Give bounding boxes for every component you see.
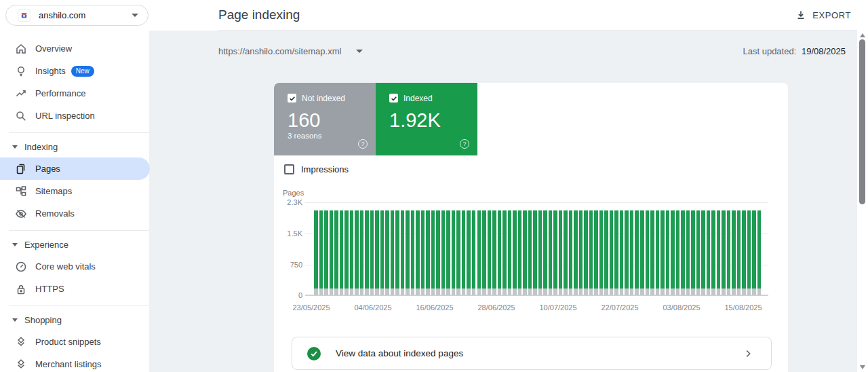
chart-bar [630, 210, 634, 295]
section-experience[interactable]: Experience [0, 236, 149, 253]
export-label: EXPORT [812, 10, 851, 20]
chart-bar [732, 210, 736, 295]
chart-bar [334, 210, 338, 295]
chart-bar [707, 210, 711, 295]
help-icon[interactable]: ? [460, 139, 469, 149]
chevron-down-icon [356, 50, 363, 53]
x-tick: 03/08/2025 [663, 303, 700, 312]
chart-bar [711, 210, 715, 295]
chart-bar [635, 210, 639, 295]
eye-off-icon [15, 208, 27, 220]
y-tick: 750 [279, 261, 302, 269]
chart-bar [691, 210, 695, 295]
sidebar-item-overview[interactable]: Overview [0, 37, 149, 60]
export-button[interactable]: EXPORT [795, 0, 851, 30]
chart-bar [559, 210, 563, 295]
x-tick: 22/07/2025 [601, 303, 638, 312]
chart-bar [467, 210, 471, 295]
scrollbar-thumb[interactable] [859, 39, 865, 204]
x-tick: 23/05/2025 [292, 303, 330, 312]
chart-bar [441, 210, 446, 295]
sidebar-item-core-web-vitals[interactable]: Core web vitals [0, 255, 149, 278]
impressions-toggle[interactable]: Impressions [284, 164, 349, 174]
chart-bar [681, 210, 685, 295]
card-label: Indexed [403, 94, 433, 103]
vertical-scrollbar[interactable] [857, 31, 868, 372]
sidebar-item-label: Pages [35, 164, 60, 174]
lock-icon [15, 283, 27, 295]
chart-bar [360, 210, 364, 295]
sidebar-item-url-inspection[interactable]: URL inspection [0, 105, 149, 127]
chart-bar [375, 210, 379, 295]
indexed-card[interactable]: Indexed 1.92K ? [376, 83, 477, 155]
sidebar-item-label: HTTPS [35, 284, 64, 294]
section-indexing[interactable]: Indexing [0, 138, 149, 155]
chart-bar [462, 210, 466, 295]
chart-bar [564, 210, 568, 295]
chart-bar [330, 210, 334, 295]
sitemaps-icon [15, 185, 27, 198]
card-subtext: 3 reasons [288, 132, 322, 140]
chart-bar [319, 210, 323, 295]
chart-bar [365, 210, 369, 295]
sidebar-item-https[interactable]: HTTPS [0, 278, 149, 300]
card-value: 160 [288, 109, 320, 132]
chart-bar [686, 210, 690, 295]
indexing-panel: Not indexed 160 3 reasons ? Indexed 1.92… [274, 83, 788, 372]
card-label: Not indexed [302, 94, 345, 103]
sidebar-item-insights[interactable]: Insights New [0, 60, 149, 82]
chart-bar [380, 210, 384, 295]
chart-bar [513, 210, 517, 295]
checked-checkbox-icon[interactable] [288, 94, 296, 103]
sidebar-item-performance[interactable]: Performance [0, 82, 149, 105]
scroll-down-arrow-icon[interactable] [860, 365, 865, 369]
chart-bar [436, 210, 440, 295]
chart-bar [446, 210, 450, 295]
chart-bar [696, 210, 701, 295]
new-badge: New [71, 66, 94, 77]
chart-bar [579, 210, 583, 295]
section-label: Shopping [24, 315, 62, 325]
sidebar-item-removals[interactable]: Removals [0, 202, 149, 225]
chart-bar [666, 210, 670, 295]
sidebar-item-label: Performance [35, 88, 85, 98]
chevron-right-icon[interactable] [743, 348, 753, 359]
performance-icon [15, 88, 27, 100]
chart-bar [395, 210, 399, 295]
scroll-up-arrow-icon[interactable] [860, 33, 865, 37]
section-shopping[interactable]: Shopping [0, 311, 149, 329]
sidebar-item-merchant-listings[interactable]: Merchant listings [0, 353, 149, 372]
sidebar-item-sitemaps[interactable]: Sitemaps [0, 180, 149, 202]
not-indexed-card[interactable]: Not indexed 160 3 reasons ? [274, 83, 376, 155]
chart-bar [452, 210, 456, 295]
chart-bar [314, 210, 318, 295]
lightbulb-icon [15, 65, 27, 77]
sidebar-item-pages[interactable]: Pages [0, 157, 150, 180]
diamond-layers-icon [15, 336, 27, 348]
chart-bar [660, 210, 665, 295]
chart-bar [523, 210, 527, 295]
search-icon [15, 110, 27, 122]
sidebar-item-product-snippets[interactable]: Product snippets [0, 331, 149, 353]
card-value: 1.92K [389, 109, 441, 132]
chart-bar [498, 210, 502, 295]
summary-cards: Not indexed 160 3 reasons ? Indexed 1.92… [274, 83, 477, 155]
top-bar: Page indexing EXPORT [149, 0, 868, 31]
chart-bar [533, 210, 537, 295]
last-updated: Last updated: 19/08/2025 [743, 46, 846, 56]
chart-bar [543, 210, 547, 295]
view-indexed-pages-link[interactable]: View data about indexed pages [292, 337, 772, 370]
property-selector[interactable]: anshilo.com [5, 5, 149, 26]
chart-bar [502, 210, 507, 295]
chart-bar [477, 210, 481, 295]
caret-down-icon [12, 243, 18, 246]
chart-bar [344, 210, 349, 295]
impressions-label: Impressions [301, 164, 349, 174]
sitemap-filter-dropdown[interactable]: https://anshilo.com/sitemap.xml [218, 41, 363, 60]
main-content: Page indexing EXPORT https://anshilo.com… [149, 0, 868, 372]
unchecked-checkbox-icon[interactable] [284, 164, 294, 174]
caret-down-icon [12, 318, 18, 322]
help-icon[interactable]: ? [358, 139, 368, 149]
chart-bar [717, 210, 721, 295]
checked-checkbox-icon[interactable] [389, 94, 398, 103]
